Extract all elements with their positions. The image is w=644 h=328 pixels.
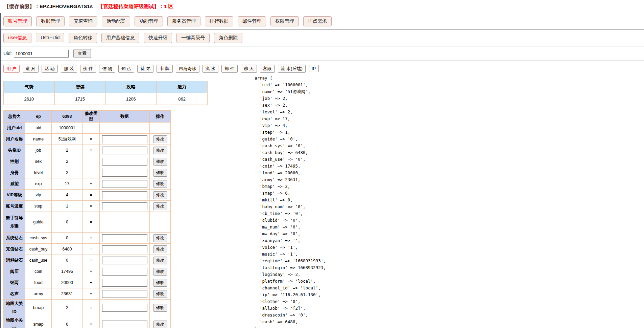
nav-primary-item[interactable]: 充值查询 xyxy=(69,16,97,26)
tab-item[interactable]: 流 水(后端) xyxy=(278,65,306,73)
row-value-cell: 0 xyxy=(52,233,83,244)
row-value-input[interactable] xyxy=(102,180,147,188)
row-label-cell: 消耗钻石 xyxy=(4,255,25,266)
row-op-cell: = xyxy=(83,300,100,316)
row-value-input[interactable] xyxy=(102,135,147,143)
table-row: VIP等级vip4=修改 xyxy=(4,190,171,201)
row-value-input[interactable] xyxy=(102,304,147,312)
tab-item[interactable]: 聊 天 xyxy=(241,65,257,73)
row-value-input[interactable] xyxy=(102,257,147,264)
nav-primary-item[interactable]: 埋点需求 xyxy=(303,16,332,26)
row-value-input[interactable] xyxy=(102,158,147,166)
row-op-cell: = xyxy=(83,134,100,145)
tab-item[interactable]: 徒 弟 xyxy=(137,65,153,73)
cache-prefix-value: EPZJFHOVERGATS1s xyxy=(40,3,93,9)
row-value-input[interactable] xyxy=(102,290,147,298)
nav-secondary-item[interactable]: 角色转移 xyxy=(69,33,97,43)
row-value-input[interactable] xyxy=(102,147,147,154)
table-row: 用户名称name51游戏网=修改 xyxy=(4,134,171,145)
nav-primary-item[interactable]: 排行数据 xyxy=(205,16,233,26)
nav-secondary-item[interactable]: 角色删除 xyxy=(214,33,242,43)
row-op-cell xyxy=(83,123,100,134)
modify-button[interactable]: 修改 xyxy=(153,279,167,287)
uid-input[interactable] xyxy=(14,50,69,58)
row-action-cell: 修改 xyxy=(150,145,171,156)
modify-button[interactable]: 修改 xyxy=(153,257,167,264)
modify-button[interactable]: 修改 xyxy=(153,147,167,154)
tab-item[interactable]: 知 己 xyxy=(118,65,135,73)
nav-secondary-item[interactable]: 一键高级号 xyxy=(176,33,210,43)
row-value-input[interactable] xyxy=(102,245,147,253)
row-op-cell: + xyxy=(83,266,100,277)
row-value-input[interactable] xyxy=(102,321,147,328)
tab-item[interactable]: 道 具 xyxy=(23,65,39,73)
row-data-cell xyxy=(100,300,150,316)
modify-button[interactable]: 修改 xyxy=(153,268,167,276)
tab-item[interactable]: 信 物 xyxy=(99,65,115,73)
view-button[interactable]: 查看 xyxy=(73,49,91,58)
nav-secondary-item[interactable]: user信息 xyxy=(3,33,31,43)
modify-button[interactable]: 修改 xyxy=(153,158,167,166)
row-value-cell: 51游戏网 xyxy=(52,134,83,145)
row-op-cell: = xyxy=(83,156,100,167)
modify-button[interactable]: 修改 xyxy=(153,180,167,188)
row-value-input[interactable] xyxy=(102,268,147,276)
nav-primary-item[interactable]: 活动配置 xyxy=(102,16,130,26)
modify-button[interactable]: 修改 xyxy=(153,202,167,210)
row-value-input[interactable] xyxy=(102,234,147,242)
row-label-cell: 银两 xyxy=(4,277,25,288)
row-value-cell: 1 xyxy=(52,201,83,212)
nav-primary-item[interactable]: 服务器管理 xyxy=(167,16,200,26)
row-key-cell: name xyxy=(25,134,52,145)
nav-primary-item[interactable]: 邮件管理 xyxy=(238,16,266,26)
nav-primary-item[interactable]: 数据管理 xyxy=(36,16,65,26)
row-action-cell: 修改 xyxy=(150,288,171,300)
modify-button[interactable]: 修改 xyxy=(153,169,167,177)
stats-value-cell: 1715 xyxy=(54,93,105,105)
tab-item[interactable]: 卡 牌 xyxy=(157,65,173,73)
row-op-cell: = xyxy=(83,145,100,156)
row-data-cell xyxy=(100,244,150,255)
tab-item[interactable]: IP xyxy=(309,65,319,72)
row-op-cell: = xyxy=(83,316,100,328)
modify-button[interactable]: 修改 xyxy=(153,135,167,143)
row-value-input[interactable] xyxy=(102,169,147,177)
modify-button[interactable]: 修改 xyxy=(153,321,167,328)
modify-button[interactable]: 修改 xyxy=(153,245,167,253)
tab-item[interactable]: 邮 件 xyxy=(221,65,238,73)
nav-secondary-item[interactable]: Ustr--Uid xyxy=(36,33,64,42)
row-key-cell: uid xyxy=(25,123,52,134)
tab-item[interactable]: 服 装 xyxy=(61,65,77,73)
uid-label: Uid: xyxy=(3,51,12,56)
row-value-input[interactable] xyxy=(102,191,147,199)
modify-button[interactable]: 修改 xyxy=(153,191,167,199)
table-row: 地图大关IDbmap2=修改 xyxy=(4,300,171,316)
row-value-input[interactable] xyxy=(102,279,147,287)
stats-header-row: 气势智谋政略魅力 xyxy=(4,81,208,93)
tab-item[interactable]: 四海奇珍 xyxy=(176,65,199,73)
modify-button[interactable]: 修改 xyxy=(153,234,167,242)
row-label-cell: 身份 xyxy=(4,167,25,178)
stats-value-row: 261017151206862 xyxy=(4,93,208,105)
nav-primary-item[interactable]: 权限管理 xyxy=(270,16,299,26)
nav-primary-item[interactable]: 账号管理 xyxy=(3,16,32,26)
tab-item[interactable]: 流 水 xyxy=(202,65,219,73)
nav-secondary-item[interactable]: 用户基础信息 xyxy=(101,33,139,43)
tab-item[interactable]: 活 动 xyxy=(42,65,58,73)
attribute-header-cell: 操作 xyxy=(150,111,171,123)
tab-item[interactable]: 用 户 xyxy=(3,65,20,73)
row-data-cell xyxy=(100,156,150,167)
modify-button[interactable]: 修改 xyxy=(153,304,167,312)
tab-item[interactable]: 宫殿 xyxy=(260,65,275,73)
row-key-cell: coin xyxy=(25,266,52,277)
nav-secondary-item[interactable]: 快速升级 xyxy=(144,33,172,43)
row-key-cell: level xyxy=(25,167,52,178)
modify-button[interactable]: 修改 xyxy=(153,290,167,298)
row-value-input[interactable] xyxy=(102,202,147,210)
row-key-cell: guide xyxy=(25,212,52,233)
stats-header-cell: 政略 xyxy=(105,81,157,93)
table-row: 消耗钻石cash_use0+修改 xyxy=(4,255,171,266)
row-key-cell: vip xyxy=(25,190,52,201)
nav-primary-item[interactable]: 功能管理 xyxy=(135,16,163,26)
tab-item[interactable]: 伙 伴 xyxy=(80,65,96,73)
